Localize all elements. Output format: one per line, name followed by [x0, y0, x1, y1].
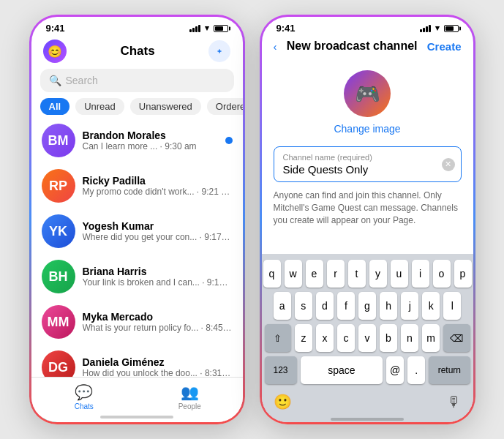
avatar: BH	[42, 260, 75, 293]
tab-unanswered[interactable]: Unanswered	[130, 98, 201, 115]
chat-preview: My promo code didn't work... · 9:21 am	[83, 187, 233, 197]
search-icon: 🔍	[49, 75, 61, 86]
compose-button[interactable]	[208, 40, 230, 62]
key-j[interactable]: j	[401, 292, 418, 320]
avatar: BM	[42, 124, 75, 157]
key-g[interactable]: g	[358, 292, 376, 320]
keyboard-row-4: 123 space @ . return	[265, 356, 470, 384]
tab-unread[interactable]: Unread	[75, 98, 124, 115]
avatar: YK	[42, 214, 75, 248]
period-key[interactable]: .	[407, 356, 425, 384]
key-v[interactable]: v	[358, 324, 376, 352]
tab-all[interactable]: All	[40, 98, 70, 115]
shift-key[interactable]: ⇧	[265, 324, 292, 352]
chat-name: Daniela Giménez	[83, 356, 233, 368]
return-key[interactable]: return	[429, 356, 470, 384]
clear-input-button[interactable]: ✕	[442, 158, 455, 171]
avatar-initials: BH	[42, 260, 75, 293]
key-w[interactable]: w	[285, 260, 302, 288]
key-x[interactable]: x	[316, 324, 334, 352]
chat-name: Myka Mercado	[83, 311, 233, 323]
signal-icon	[420, 25, 431, 32]
chat-name: Brandon Morales	[83, 130, 218, 141]
user-avatar[interactable]: 😊	[43, 40, 67, 63]
key-t[interactable]: t	[348, 260, 366, 288]
status-icons-left: ▾	[189, 23, 228, 33]
key-k[interactable]: k	[422, 292, 440, 320]
key-z[interactable]: z	[295, 324, 312, 352]
key-h[interactable]: h	[380, 292, 397, 320]
key-o[interactable]: o	[433, 260, 451, 288]
wifi-icon: ▾	[205, 23, 209, 33]
key-s[interactable]: s	[295, 292, 312, 320]
avatar-initials: BM	[42, 124, 75, 157]
chat-info: Ricky Padilla My promo code didn't work.…	[83, 175, 233, 197]
key-f[interactable]: f	[337, 292, 355, 320]
key-c[interactable]: c	[337, 324, 355, 352]
channel-avatar[interactable]: 🎮	[344, 70, 391, 117]
wifi-icon: ▾	[435, 23, 440, 33]
chat-preview: Your link is broken and I can... · 9:11 …	[83, 277, 233, 288]
keyboard-row-2: a s d f g h j k l	[265, 292, 470, 320]
key-n[interactable]: n	[401, 324, 418, 352]
status-bar-right: 9:41 ▾	[262, 17, 473, 37]
chat-item[interactable]: MM Myka Mercado What is your return poli…	[31, 299, 243, 345]
key-r[interactable]: r	[327, 260, 345, 288]
nav-chats-label: Chats	[75, 402, 94, 410]
chat-item[interactable]: BM Brandon Morales Can I learn more ... …	[31, 118, 243, 163]
chat-info: Myka Mercado What is your return policy …	[83, 311, 233, 333]
key-e[interactable]: e	[306, 260, 323, 288]
change-image-button[interactable]: Change image	[334, 123, 400, 135]
filter-tabs: All Unread Unanswered Ordered	[31, 98, 243, 115]
space-key[interactable]: space	[301, 356, 383, 384]
key-u[interactable]: u	[391, 260, 408, 288]
search-bar[interactable]: 🔍 Search	[40, 69, 234, 92]
time-left: 9:41	[46, 23, 65, 34]
nav-people-label: People	[178, 402, 201, 410]
chat-item[interactable]: BH Briana Harris Your link is broken and…	[31, 254, 243, 299]
chat-info: Yogesh Kumar Where did you get your con.…	[83, 220, 233, 242]
input-label: Channel name (required)	[283, 153, 452, 162]
chat-item[interactable]: YK Yogesh Kumar Where did you get your c…	[31, 209, 243, 254]
keyboard: q w e r t y u i o p a s d f g h j k	[262, 254, 473, 422]
channel-form: Channel name (required) Side Quests Only…	[262, 146, 473, 182]
back-header: ‹ New broadcast channel Create	[262, 37, 473, 59]
keyboard-row-1: q w e r t y u i o p	[265, 260, 470, 288]
key-q[interactable]: q	[263, 260, 281, 288]
delete-key[interactable]: ⌫	[443, 324, 470, 352]
key-a[interactable]: a	[274, 292, 291, 320]
microphone-icon[interactable]: 🎙	[447, 394, 462, 410]
emoji-icon[interactable]: 🙂	[274, 393, 292, 410]
channel-name-input-wrapper[interactable]: Channel name (required) Side Quests Only…	[274, 146, 462, 182]
create-button[interactable]: Create	[427, 40, 462, 53]
chat-info: Daniela Giménez How did you unlock the d…	[83, 356, 233, 378]
nav-people[interactable]: 👥 People	[137, 383, 243, 410]
nav-chats[interactable]: 💬 Chats	[31, 383, 138, 410]
key-m[interactable]: m	[422, 324, 440, 352]
tab-ordered[interactable]: Ordered	[207, 98, 245, 115]
back-button[interactable]: ‹	[274, 40, 277, 53]
numbers-key[interactable]: 123	[265, 356, 297, 384]
chat-name: Ricky Padilla	[83, 175, 233, 187]
chat-name: Yogesh Kumar	[83, 220, 233, 232]
avatar: RP	[42, 169, 75, 203]
status-icons-right: ▾	[420, 23, 459, 33]
key-i[interactable]: i	[412, 260, 429, 288]
battery-icon	[214, 25, 228, 32]
chat-preview: What is your return policy fo... · 8:45 …	[83, 323, 233, 333]
chat-meta	[225, 137, 233, 144]
key-d[interactable]: d	[316, 292, 334, 320]
home-indicator	[100, 416, 173, 419]
chat-item[interactable]: RP Ricky Padilla My promo code didn't wo…	[31, 163, 243, 209]
channel-image-section: 🎮 Change image	[262, 59, 473, 146]
at-key[interactable]: @	[386, 356, 404, 384]
unread-indicator	[225, 137, 233, 144]
signal-icon	[189, 25, 200, 32]
key-l[interactable]: l	[443, 292, 461, 320]
battery-icon	[444, 25, 459, 32]
key-p[interactable]: p	[454, 260, 472, 288]
channel-description: Anyone can find and join this channel. O…	[262, 190, 473, 226]
key-b[interactable]: b	[380, 324, 397, 352]
avatar-initials: MM	[42, 305, 75, 339]
key-y[interactable]: y	[369, 260, 387, 288]
